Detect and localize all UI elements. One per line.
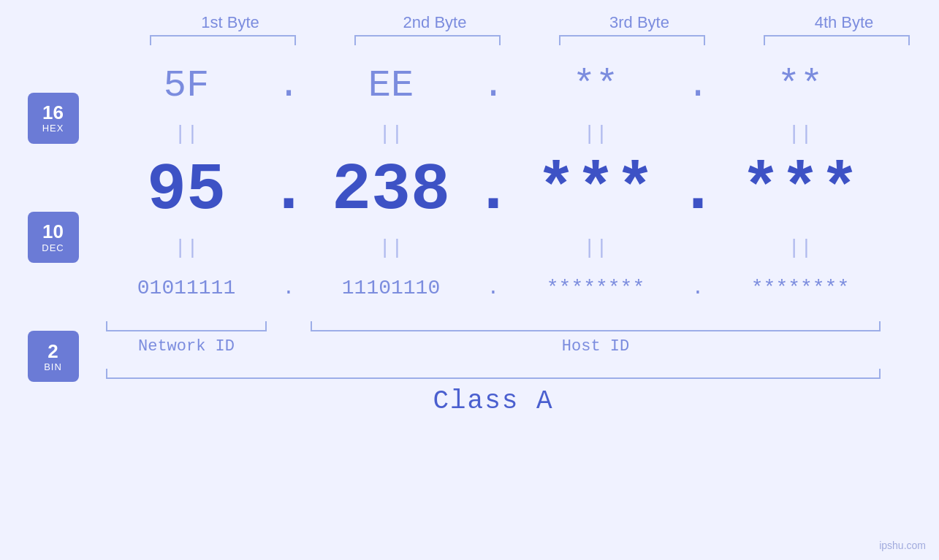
hex-b2: EE xyxy=(368,64,414,107)
equals-row-2: || || || || xyxy=(106,234,932,261)
dec-row: 95 . 238 . *** . *** xyxy=(106,147,932,234)
dec-b4: *** xyxy=(741,153,859,228)
class-label-row: Class A xyxy=(106,386,881,416)
host-id-label: Host ID xyxy=(562,337,629,356)
big-bottom-bracket xyxy=(106,369,932,379)
bin-dot-1: . xyxy=(283,277,295,299)
byte2-label: 2nd Byte xyxy=(354,13,515,32)
id-labels: Network ID Host ID xyxy=(106,337,932,356)
bin-b4: ******** xyxy=(751,277,849,299)
main-container: 1st Byte 2nd Byte 3rd Byte 4th Byte 16 H… xyxy=(0,0,939,560)
bracket-host-id-end xyxy=(720,321,881,331)
dec-dot-1: . xyxy=(269,153,308,228)
dec-b2: 238 xyxy=(332,153,450,228)
bin-b2: 11101110 xyxy=(342,277,440,299)
bin-row: 01011111 . 11101110 . ******** . *******… xyxy=(106,261,932,315)
bracket-network-id xyxy=(106,321,267,331)
bin-dot-2: . xyxy=(487,277,500,299)
dec-dot-2: . xyxy=(474,153,513,228)
hex-b3: ** xyxy=(573,64,618,107)
hex-b4: ** xyxy=(778,64,823,107)
equals-row-1: || || || || xyxy=(106,120,932,147)
dec-dot-3: . xyxy=(678,153,718,228)
dec-b3: *** xyxy=(536,153,655,228)
hex-badge: 16 HEX xyxy=(28,93,79,144)
byte3-label: 3rd Byte xyxy=(559,13,720,32)
bin-b1: 01011111 xyxy=(137,277,235,299)
byte1-label: 1st Byte xyxy=(150,13,311,32)
bracket-top-1 xyxy=(150,35,296,45)
byte4-label: 4th Byte xyxy=(764,13,924,32)
bin-b3: ******** xyxy=(547,277,645,299)
bracket-host-id-start xyxy=(311,321,471,331)
bin-badge: 2 BIN xyxy=(28,331,79,382)
bottom-brackets xyxy=(106,321,932,331)
bracket-top-2 xyxy=(354,35,501,45)
dec-b1: 95 xyxy=(147,153,226,228)
watermark: ipshu.com xyxy=(879,540,926,551)
hex-row: 5F . EE . ** . ** xyxy=(106,51,932,120)
network-id-label: Network ID xyxy=(138,337,235,356)
bracket-top-4 xyxy=(764,35,910,45)
bin-dot-3: . xyxy=(692,277,704,299)
hex-dot-3: . xyxy=(686,64,709,107)
hex-b1: 5F xyxy=(164,64,209,107)
bracket-top-3 xyxy=(559,35,705,45)
class-label: Class A xyxy=(433,386,553,416)
hex-dot-1: . xyxy=(277,64,300,107)
hex-dot-2: . xyxy=(482,64,504,107)
dec-badge: 10 DEC xyxy=(28,212,79,263)
